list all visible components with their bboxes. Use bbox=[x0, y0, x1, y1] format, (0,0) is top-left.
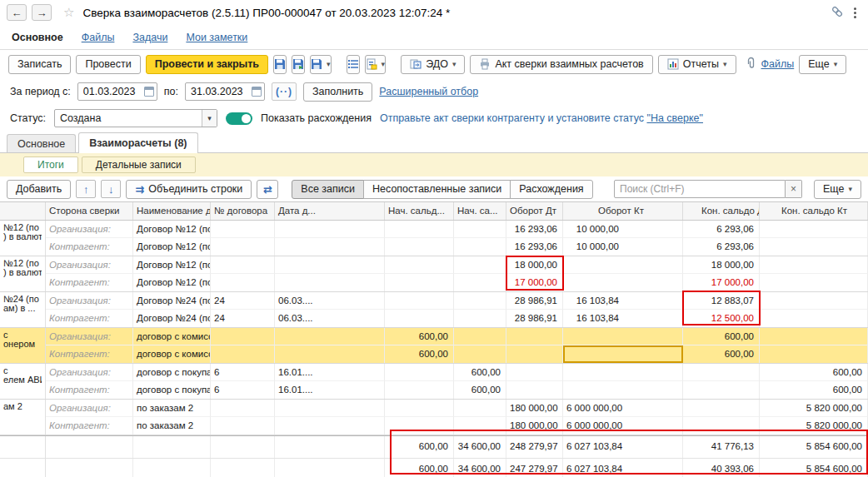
cell-kon_kt[interactable]: 600,00 bbox=[760, 381, 868, 399]
chevron-down-icon[interactable]: ▾ bbox=[202, 110, 217, 127]
search-clear-button[interactable]: × bbox=[786, 180, 802, 198]
totals-cell-kon_kt[interactable]: 5 854 600,00 bbox=[760, 436, 868, 458]
cell-group-name[interactable]: ам 2 bbox=[0, 400, 46, 435]
cell-nach_kt[interactable] bbox=[454, 238, 506, 256]
cell-kon_dt[interactable] bbox=[683, 417, 760, 435]
cell-nach_dt[interactable] bbox=[385, 238, 454, 256]
cell-num[interactable] bbox=[211, 328, 275, 345]
cell-kon_dt[interactable]: 6 293,06 bbox=[683, 238, 760, 256]
nav-item-zametki[interactable]: Мои заметки bbox=[186, 32, 247, 43]
cell-group-name[interactable]: сонером bbox=[0, 328, 46, 363]
edo-dropdown-button[interactable]: ЭДО ▾ bbox=[401, 55, 465, 74]
cell-ob_kt[interactable]: 6 000 000,00 bbox=[563, 417, 683, 435]
cell-date[interactable] bbox=[275, 417, 385, 435]
totals-cell-kon_dt[interactable]: 41 776,13 bbox=[683, 436, 760, 458]
cell-nach_dt[interactable] bbox=[385, 400, 454, 417]
post-button[interactable]: Провести bbox=[76, 55, 140, 74]
save-variants-dropdown-button[interactable]: ▾ bbox=[310, 55, 332, 74]
cell-nach_dt[interactable] bbox=[385, 274, 454, 291]
totals-cell-ob_dt[interactable]: 247 279,97 bbox=[506, 459, 563, 477]
cell-date[interactable] bbox=[275, 238, 385, 256]
cell-ob_kt[interactable]: 10 000,00 bbox=[563, 238, 683, 256]
cell-side[interactable]: Контрагент: bbox=[46, 238, 133, 256]
save-post-icon-button[interactable] bbox=[292, 55, 305, 74]
cell-date[interactable]: 06.03.... bbox=[275, 310, 385, 327]
totals-cell-ob_kt[interactable]: 6 027 103,84 bbox=[563, 436, 683, 458]
cell-num[interactable] bbox=[211, 238, 275, 256]
cell-nach_kt[interactable] bbox=[454, 274, 506, 291]
cell-kon_dt[interactable]: 17 000,00 bbox=[683, 274, 760, 291]
cell-nach_dt[interactable]: 600,00 bbox=[385, 345, 454, 363]
filter-discrepancies[interactable]: Расхождения bbox=[510, 180, 592, 199]
save-icon-button[interactable] bbox=[273, 55, 287, 74]
cell-nach_kt[interactable] bbox=[454, 221, 506, 238]
cell-nach_kt[interactable]: 600,00 bbox=[454, 364, 506, 381]
column-header-4[interactable]: Дата д... bbox=[275, 202, 385, 220]
cell-naimen[interactable]: договор с комисс... bbox=[133, 345, 211, 363]
cell-naimen[interactable]: Договор №24 (по... bbox=[133, 292, 211, 310]
cell-date[interactable] bbox=[275, 345, 385, 363]
cell-side[interactable]: Контрагент: bbox=[46, 310, 133, 327]
cell-ob_dt[interactable]: 180 000,00 bbox=[506, 417, 563, 435]
post-and-close-button[interactable]: Провести и закрыть bbox=[146, 55, 268, 74]
totals-cell-naimen[interactable] bbox=[133, 436, 211, 458]
forward-button[interactable]: → bbox=[32, 4, 52, 21]
cell-group-name[interactable]: №24 (поам) в ... bbox=[0, 292, 46, 327]
cell-kon_kt[interactable] bbox=[760, 221, 868, 238]
search-input[interactable] bbox=[614, 180, 786, 198]
cell-date[interactable]: 06.03.... bbox=[275, 292, 385, 310]
cell-kon_dt[interactable]: 600,00 bbox=[683, 345, 760, 363]
tab-osnovnoe[interactable]: Основное bbox=[7, 134, 76, 152]
column-header-10[interactable]: Кон. сальдо Кт bbox=[760, 202, 868, 220]
nav-item-faily[interactable]: Файлы bbox=[82, 32, 115, 43]
favorite-star-icon[interactable]: ☆ bbox=[63, 5, 74, 20]
cell-ob_dt[interactable]: 28 986,91 bbox=[506, 310, 563, 327]
cell-kon_kt[interactable]: 600,00 bbox=[760, 364, 868, 381]
cell-kon_dt[interactable]: 12 883,07 bbox=[683, 292, 760, 310]
calendar-icon[interactable] bbox=[144, 87, 154, 97]
totals-cell-side[interactable] bbox=[46, 459, 133, 477]
column-header-8[interactable]: Оборот Кт bbox=[563, 202, 683, 220]
cell-ob_kt[interactable] bbox=[563, 328, 683, 345]
move-down-button[interactable]: ↓ bbox=[101, 180, 121, 198]
cell-ob_dt[interactable]: 180 000,00 bbox=[506, 400, 563, 417]
calendar-icon[interactable] bbox=[252, 87, 262, 97]
cell-side[interactable]: Организация: bbox=[46, 221, 133, 238]
cell-date[interactable] bbox=[275, 328, 385, 345]
column-header-3[interactable]: № договора bbox=[211, 202, 275, 220]
cell-nach_dt[interactable] bbox=[385, 417, 454, 435]
cell-side[interactable]: Контрагент: bbox=[46, 417, 133, 435]
cell-kon_kt[interactable] bbox=[760, 310, 868, 327]
cell-date[interactable] bbox=[275, 400, 385, 417]
cell-nach_dt[interactable] bbox=[385, 381, 454, 399]
cell-nach_kt[interactable] bbox=[454, 256, 506, 274]
cell-ob_kt[interactable] bbox=[563, 381, 683, 399]
totals-cell-nach_dt[interactable]: 600,00 bbox=[385, 436, 454, 458]
cell-num[interactable] bbox=[211, 417, 275, 435]
cell-nach_dt[interactable] bbox=[385, 292, 454, 310]
cell-kon_dt[interactable]: 6 293,06 bbox=[683, 221, 760, 238]
filter-unmatched-records[interactable]: Несопоставленные записи bbox=[363, 180, 511, 199]
reconciliation-act-button[interactable]: Акт сверки взаимных расчетов bbox=[470, 55, 652, 74]
totals-cell-date[interactable] bbox=[275, 436, 385, 458]
totals-cell-date[interactable] bbox=[275, 459, 385, 477]
totals-cell-ob_dt[interactable]: 248 279,97 bbox=[506, 436, 563, 458]
filter-all-records[interactable]: Все записи bbox=[292, 180, 364, 199]
cell-nach_dt[interactable] bbox=[385, 221, 454, 238]
cell-naimen[interactable]: Договор №12 (по... bbox=[133, 238, 211, 256]
cell-ob_kt[interactable]: 6 000 000,00 bbox=[563, 400, 683, 417]
totals-cell-num[interactable] bbox=[211, 459, 275, 477]
cell-kon_kt[interactable] bbox=[760, 328, 868, 345]
cell-naimen[interactable]: договор с покупа... bbox=[133, 381, 211, 399]
totals-cell-num[interactable] bbox=[211, 436, 275, 458]
cell-ob_kt[interactable]: 16 103,84 bbox=[563, 310, 683, 327]
cell-nach_dt[interactable]: 600,00 bbox=[385, 328, 454, 345]
add-row-button[interactable]: Добавить bbox=[7, 180, 71, 199]
cell-kon_kt[interactable]: 5 820 000,00 bbox=[760, 400, 868, 417]
cell-num[interactable]: 24 bbox=[211, 310, 275, 327]
column-header-6[interactable]: Нач. са... bbox=[454, 202, 506, 220]
cell-nach_dt[interactable] bbox=[385, 310, 454, 327]
cell-ob_dt[interactable]: 16 293,06 bbox=[506, 221, 563, 238]
cell-nach_kt[interactable] bbox=[454, 328, 506, 345]
cell-naimen[interactable]: Договор №24 (по... bbox=[133, 310, 211, 327]
